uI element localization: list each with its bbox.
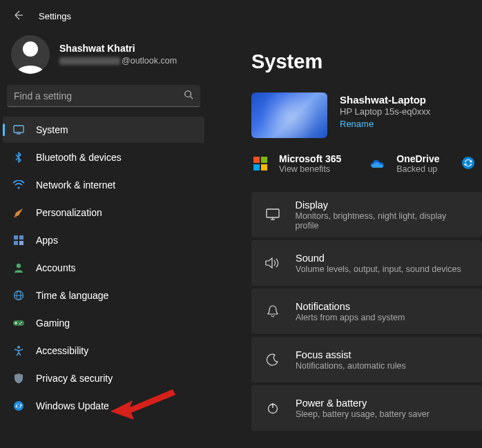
sidebar-item-bluetooth-devices[interactable]: Bluetooth & devices [3,144,204,171]
rename-link[interactable]: Rename [340,119,430,129]
sidebar-item-accounts[interactable]: Accounts [3,255,204,281]
svg-rect-21 [253,157,260,163]
svg-point-12 [17,264,21,268]
svg-point-2 [185,91,191,97]
svg-line-3 [191,97,193,99]
profile-email: @outlook.com [59,55,177,67]
person-icon [12,262,25,274]
sidebar-item-label: Privacy & security [36,373,113,384]
sidebar-item-accessibility[interactable]: Accessibility [3,338,204,364]
app-title: Settings [39,11,71,21]
device-thumbnail [251,92,327,138]
setting-subtitle: Sleep, battery usage, battery saver [296,409,430,419]
device-card: Shashwat-Laptop HP Laptop 15s-eq0xxx Ren… [251,92,482,138]
svg-rect-4 [14,126,23,133]
sidebar-item-label: Bluetooth & devices [36,152,122,163]
setting-subtitle: Monitors, brightness, night light, displ… [296,211,469,231]
power-icon [265,402,280,414]
ms365-sub: View benefits [279,164,341,174]
avatar [11,35,50,74]
svg-point-17 [21,322,22,323]
sidebar-item-label: Windows Update [36,400,109,411]
back-button[interactable] [12,10,23,23]
system-icon [12,124,25,136]
svg-rect-22 [261,157,267,163]
svg-rect-26 [267,209,279,217]
wifi-icon [12,179,25,191]
device-model: HP Laptop 15s-eq0xxx [340,106,430,117]
sidebar-item-label: Personalization [36,207,102,218]
sidebar-item-label: Accessibility [36,345,88,356]
profile-name: Shashwat Khatri [59,42,177,55]
svg-rect-24 [261,164,267,171]
sidebar-item-apps[interactable]: Apps [3,227,204,253]
setting-subtitle: Alerts from apps and system [296,313,405,322]
display-icon [265,208,280,221]
svg-rect-8 [14,235,18,240]
search-icon [184,90,193,101]
sidebar-item-label: Network & internet [36,179,115,191]
onedrive-title: OneDrive [396,153,439,164]
setting-title: Notifications [296,301,405,312]
sidebar-item-label: Gaming [36,318,70,329]
setting-title: Focus assist [296,349,406,360]
setting-display[interactable]: Display Monitors, brightness, night ligh… [251,192,482,237]
bell-icon [265,304,280,318]
gaming-icon [12,317,25,329]
microsoft-logo-icon [251,155,269,173]
ms365-title: Microsoft 365 [279,153,341,164]
setting-notifications[interactable]: Notifications Alerts from apps and syste… [251,289,482,334]
sidebar-item-label: Accounts [36,262,76,273]
setting-focus-assist[interactable]: Focus assist Notifications, automatic ru… [251,337,482,382]
svg-rect-9 [19,235,23,240]
svg-rect-10 [14,241,18,245]
shield-icon [12,372,25,384]
device-name: Shashwat-Laptop [340,94,430,106]
brush-icon [12,206,25,219]
svg-rect-23 [253,164,260,171]
svg-point-6 [17,186,19,188]
svg-rect-7 [14,216,17,217]
search-input[interactable] [14,90,184,101]
setting-sound[interactable]: Sound Volume levels, output, input, soun… [251,240,482,286]
search-box[interactable] [7,85,200,107]
setting-title: Display [296,199,469,211]
globe-icon [12,289,25,302]
setting-subtitle: Volume levels, output, input, sound devi… [296,264,461,274]
sidebar-item-time-language[interactable]: Time & language [3,282,204,309]
sidebar-item-privacy-security[interactable]: Privacy & security [3,365,204,391]
update-icon [12,400,25,412]
svg-point-1 [23,41,38,57]
page-title: System [251,50,482,73]
sound-icon [265,257,280,269]
svg-rect-11 [19,241,23,245]
sidebar-item-system[interactable]: System [3,117,204,143]
onedrive-tile[interactable]: OneDrive Backed up [369,153,439,174]
accessibility-icon [12,344,25,357]
setting-title: Power & battery [296,398,430,409]
microsoft-365-tile[interactable]: Microsoft 365 View benefits [251,153,341,174]
sidebar-item-personalization[interactable]: Personalization [3,199,204,226]
svg-point-25 [462,157,474,169]
setting-subtitle: Notifications, automatic rules [296,361,406,371]
profile-block[interactable]: Shashwat Khatri @outlook.com [0,35,207,85]
sidebar-item-label: Apps [36,235,58,246]
sidebar-item-windows-update[interactable]: Windows Update [3,393,204,419]
setting-power-battery[interactable]: Power & battery Sleep, battery usage, ba… [251,385,482,431]
moon-icon [265,353,280,366]
svg-point-18 [19,323,21,324]
onedrive-sub: Backed up [396,164,439,174]
sidebar-item-network-internet[interactable]: Network & internet [3,172,204,198]
sync-icon[interactable] [461,156,475,172]
onedrive-icon [369,155,387,173]
sidebar-item-gaming[interactable]: Gaming [3,310,204,336]
sidebar-item-label: Time & language [36,290,108,301]
apps-icon [12,234,25,246]
sidebar-item-label: System [36,124,68,135]
bluetooth-icon [12,151,25,164]
svg-point-19 [17,346,20,349]
setting-title: Sound [296,253,461,264]
